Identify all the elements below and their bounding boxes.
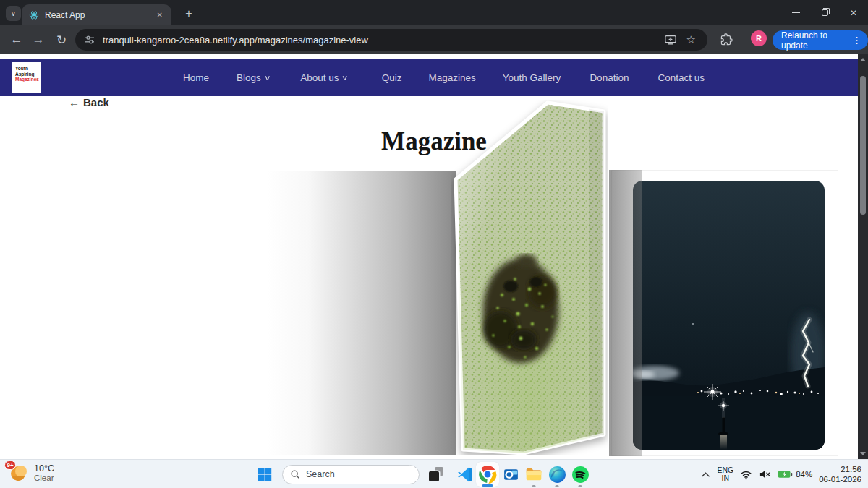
web-page-viewport: Youth Aspiring Magazines Home Blogs ∨ Ab… — [0, 54, 868, 459]
back-button[interactable]: ← — [7, 30, 26, 49]
back-link-label: Back — [83, 96, 109, 108]
nav-item-home[interactable]: Home — [183, 72, 209, 83]
windows-logo-icon — [256, 466, 273, 483]
tray-overflow-chevron-icon[interactable] — [701, 471, 710, 479]
browser-toolbar: ← → ↻ tranquil-kangaroo-2cea8a.netlify.a… — [0, 25, 868, 54]
profile-avatar[interactable]: R — [751, 30, 767, 46]
logo-line-3: Magazines — [15, 77, 41, 82]
magazine-flipping-page[interactable] — [451, 100, 608, 455]
wifi-icon[interactable] — [740, 468, 752, 480]
edge-icon — [548, 466, 566, 484]
minimize-icon — [792, 12, 800, 14]
nav-item-contact-us[interactable]: Contact us — [658, 72, 705, 83]
tab-search-button[interactable]: ∨ — [6, 6, 21, 21]
clock-time: 21:56 — [819, 464, 861, 474]
frog-duckweed-image — [451, 100, 608, 455]
chevron-down-icon: ∨ — [341, 74, 349, 82]
taskbar-item-edge[interactable] — [545, 461, 569, 488]
main-navigation: Home Blogs ∨ About us ∨ Quiz Magazines Y… — [183, 59, 705, 96]
browser-menu-icon[interactable]: ⋮ — [852, 35, 861, 46]
nav-item-donation[interactable]: Donation — [590, 72, 629, 83]
taskbar-item-chrome[interactable] — [476, 461, 499, 488]
weather-alert-badge: 9+ — [4, 461, 16, 470]
restore-button[interactable] — [810, 0, 839, 25]
window-close-button[interactable]: ✕ — [839, 0, 868, 25]
back-arrow-icon: ← — [69, 96, 80, 108]
extensions-icon[interactable] — [720, 33, 733, 46]
battery-status[interactable]: 84% — [778, 470, 812, 479]
tab-close-icon[interactable]: ✕ — [154, 9, 166, 20]
windows-taskbar: 9+ 10°C Clear Search — [0, 459, 868, 488]
tab-title: React App — [45, 10, 148, 20]
browser-tab-react-app[interactable]: React App ✕ — [22, 4, 171, 25]
night-lightning-image — [633, 181, 825, 450]
running-app-indicator — [532, 485, 536, 487]
search-icon — [290, 469, 300, 479]
outlook-icon — [502, 466, 520, 484]
nav-item-blogs[interactable]: Blogs ∨ — [237, 72, 270, 83]
window-controls: ✕ — [781, 0, 868, 25]
address-bar[interactable]: tranquil-kangaroo-2cea8a.netlify.app/mag… — [75, 29, 707, 51]
weather-condition: Clear — [34, 474, 54, 483]
nav-item-quiz[interactable]: Quiz — [382, 72, 402, 83]
file-explorer-icon — [524, 465, 543, 484]
vscode-icon — [456, 466, 474, 484]
search-placeholder: Search — [306, 469, 335, 479]
taskbar-search-box[interactable]: Search — [282, 465, 420, 484]
taskbar-item-vscode[interactable] — [453, 461, 476, 488]
back-link[interactable]: ← Back — [69, 96, 109, 108]
start-button[interactable] — [256, 466, 273, 483]
browser-tabstrip: ∨ React App ✕ + ✕ — [0, 0, 868, 25]
forward-button[interactable]: → — [29, 30, 48, 49]
scrollbar-down-arrow-icon[interactable] — [860, 452, 866, 455]
weather-moon-icon: 9+ — [7, 462, 29, 484]
new-tab-button[interactable]: + — [181, 6, 197, 22]
magazine-left-page[interactable] — [266, 171, 456, 455]
taskbar-item-outlook[interactable] — [499, 461, 522, 488]
toolbar-divider — [744, 33, 744, 47]
install-app-icon[interactable] — [664, 33, 677, 46]
spotify-icon — [571, 466, 590, 484]
minimize-button[interactable] — [781, 0, 810, 25]
site-navbar: Youth Aspiring Magazines Home Blogs ∨ Ab… — [0, 59, 858, 96]
logo-line-1: Youth — [15, 66, 41, 72]
scrollbar-thumb[interactable] — [860, 76, 866, 215]
weather-temperature: 10°C — [34, 463, 54, 474]
chrome-icon — [478, 465, 497, 484]
taskbar-item-spotify[interactable] — [569, 461, 592, 488]
relaunch-label: Relaunch to update — [781, 30, 847, 51]
taskbar-center-icons: Search — [256, 460, 592, 488]
page-title: Magazine — [0, 127, 868, 156]
magazine-night-photo[interactable] — [633, 181, 825, 450]
logo-line-2: Aspiring — [15, 72, 41, 77]
battery-percent: 84% — [796, 470, 812, 479]
nav-item-magazines[interactable]: Magazines — [429, 72, 476, 83]
running-app-indicator — [556, 485, 559, 487]
url-text[interactable]: tranquil-kangaroo-2cea8a.netlify.app/mag… — [103, 35, 664, 46]
site-logo[interactable]: Youth Aspiring Magazines — [12, 62, 41, 93]
system-tray: ENG IN — [701, 460, 868, 488]
chevron-down-icon: ∨ — [11, 9, 16, 17]
react-favicon-icon — [29, 10, 39, 20]
nav-item-about-us[interactable]: About us ∨ — [300, 72, 348, 83]
reload-button[interactable]: ↻ — [52, 30, 71, 49]
volume-muted-icon[interactable] — [759, 468, 771, 480]
page-scrollbar[interactable] — [858, 54, 868, 459]
screen: ∨ React App ✕ + ✕ ← → ↻ — [0, 0, 868, 488]
bookmark-star-icon[interactable]: ☆ — [686, 33, 696, 46]
task-view-button[interactable] — [428, 466, 444, 482]
language-indicator[interactable]: ENG IN — [717, 466, 733, 482]
battery-icon — [778, 470, 793, 479]
restore-icon — [822, 9, 828, 16]
taskbar-clock[interactable]: 21:56 06-01-2026 — [819, 464, 861, 484]
running-app-indicator — [579, 485, 582, 487]
nav-item-youth-gallery[interactable]: Youth Gallery — [503, 72, 561, 83]
site-settings-icon[interactable] — [84, 34, 95, 46]
taskbar-item-file-explorer[interactable] — [522, 461, 545, 488]
taskbar-weather-widget[interactable]: 9+ 10°C Clear — [7, 462, 54, 484]
page-flip-shadow — [609, 170, 642, 456]
active-app-indicator — [482, 484, 493, 487]
clock-date: 06-01-2026 — [819, 474, 861, 484]
scrollbar-up-arrow-icon[interactable] — [860, 58, 866, 61]
relaunch-to-update-button[interactable]: Relaunch to update ⋮ — [773, 30, 868, 50]
